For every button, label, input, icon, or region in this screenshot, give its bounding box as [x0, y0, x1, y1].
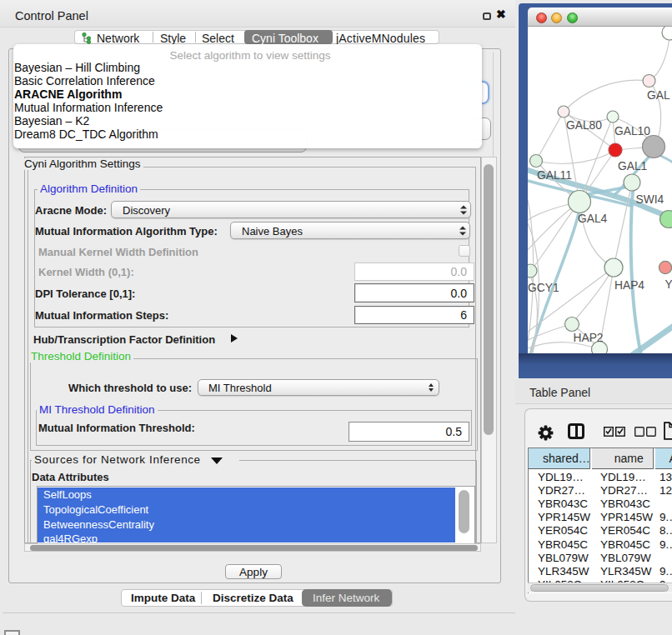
svg-text:HAP4: HAP4 [614, 279, 644, 292]
svg-text:GAL11: GAL11 [537, 169, 572, 182]
svg-text:GAL1: GAL1 [618, 160, 647, 172]
svg-text:GCY1: GCY1 [528, 282, 559, 294]
svg-text:GAL80: GAL80 [566, 119, 602, 132]
svg-text:GAL4: GAL4 [578, 212, 608, 225]
svg-text:GAL: GAL [647, 89, 670, 102]
svg-text:HAP2: HAP2 [574, 332, 604, 344]
svg-text:Y: Y [665, 278, 672, 291]
svg-text:GAL10: GAL10 [614, 125, 650, 138]
svg-text:SWI4: SWI4 [636, 193, 664, 206]
